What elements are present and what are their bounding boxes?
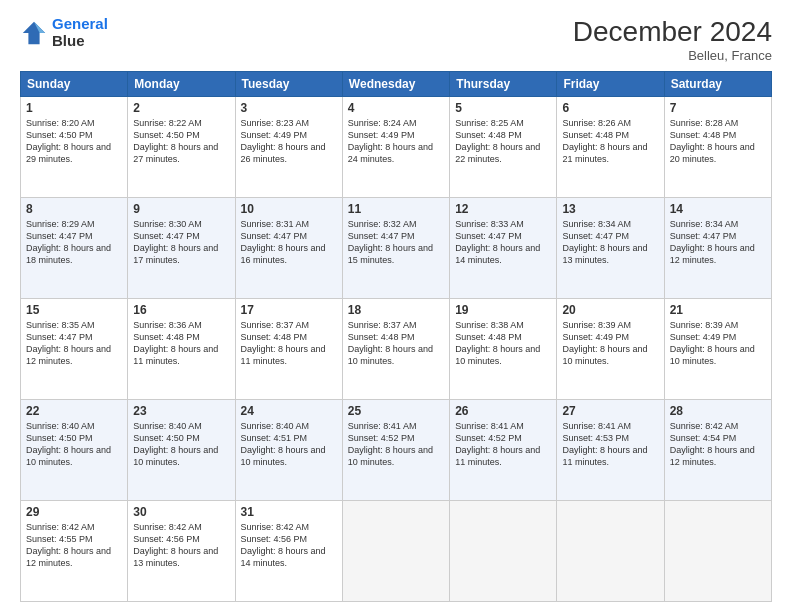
day-info: Sunrise: 8:40 AM Sunset: 4:50 PM Dayligh… xyxy=(26,420,122,469)
weekday-friday: Friday xyxy=(557,72,664,97)
day-number: 10 xyxy=(241,202,337,216)
day-number: 27 xyxy=(562,404,658,418)
day-number: 8 xyxy=(26,202,122,216)
calendar-cell: 18 Sunrise: 8:37 AM Sunset: 4:48 PM Dayl… xyxy=(342,299,449,400)
calendar-table: SundayMondayTuesdayWednesdayThursdayFrid… xyxy=(20,71,772,602)
day-number: 4 xyxy=(348,101,444,115)
weekday-tuesday: Tuesday xyxy=(235,72,342,97)
calendar-cell: 2 Sunrise: 8:22 AM Sunset: 4:50 PM Dayli… xyxy=(128,97,235,198)
calendar-cell: 30 Sunrise: 8:42 AM Sunset: 4:56 PM Dayl… xyxy=(128,501,235,602)
day-info: Sunrise: 8:25 AM Sunset: 4:48 PM Dayligh… xyxy=(455,117,551,166)
day-number: 13 xyxy=(562,202,658,216)
calendar-cell: 5 Sunrise: 8:25 AM Sunset: 4:48 PM Dayli… xyxy=(450,97,557,198)
day-number: 2 xyxy=(133,101,229,115)
calendar-cell: 8 Sunrise: 8:29 AM Sunset: 4:47 PM Dayli… xyxy=(21,198,128,299)
day-number: 14 xyxy=(670,202,766,216)
calendar-cell: 17 Sunrise: 8:37 AM Sunset: 4:48 PM Dayl… xyxy=(235,299,342,400)
day-number: 23 xyxy=(133,404,229,418)
calendar-week-5: 29 Sunrise: 8:42 AM Sunset: 4:55 PM Dayl… xyxy=(21,501,772,602)
calendar-cell xyxy=(557,501,664,602)
calendar-cell: 21 Sunrise: 8:39 AM Sunset: 4:49 PM Dayl… xyxy=(664,299,771,400)
day-info: Sunrise: 8:20 AM Sunset: 4:50 PM Dayligh… xyxy=(26,117,122,166)
logo-text: General Blue xyxy=(52,16,108,49)
weekday-header-row: SundayMondayTuesdayWednesdayThursdayFrid… xyxy=(21,72,772,97)
calendar-cell: 10 Sunrise: 8:31 AM Sunset: 4:47 PM Dayl… xyxy=(235,198,342,299)
day-info: Sunrise: 8:41 AM Sunset: 4:52 PM Dayligh… xyxy=(348,420,444,469)
calendar-cell: 19 Sunrise: 8:38 AM Sunset: 4:48 PM Dayl… xyxy=(450,299,557,400)
day-number: 18 xyxy=(348,303,444,317)
weekday-thursday: Thursday xyxy=(450,72,557,97)
day-info: Sunrise: 8:42 AM Sunset: 4:54 PM Dayligh… xyxy=(670,420,766,469)
day-info: Sunrise: 8:29 AM Sunset: 4:47 PM Dayligh… xyxy=(26,218,122,267)
day-info: Sunrise: 8:33 AM Sunset: 4:47 PM Dayligh… xyxy=(455,218,551,267)
day-info: Sunrise: 8:42 AM Sunset: 4:56 PM Dayligh… xyxy=(133,521,229,570)
day-info: Sunrise: 8:42 AM Sunset: 4:55 PM Dayligh… xyxy=(26,521,122,570)
calendar-cell: 29 Sunrise: 8:42 AM Sunset: 4:55 PM Dayl… xyxy=(21,501,128,602)
calendar-week-2: 8 Sunrise: 8:29 AM Sunset: 4:47 PM Dayli… xyxy=(21,198,772,299)
day-number: 12 xyxy=(455,202,551,216)
location: Belleu, France xyxy=(573,48,772,63)
calendar-cell: 16 Sunrise: 8:36 AM Sunset: 4:48 PM Dayl… xyxy=(128,299,235,400)
day-info: Sunrise: 8:40 AM Sunset: 4:51 PM Dayligh… xyxy=(241,420,337,469)
day-info: Sunrise: 8:35 AM Sunset: 4:47 PM Dayligh… xyxy=(26,319,122,368)
month-title: December 2024 xyxy=(573,16,772,48)
calendar-cell: 28 Sunrise: 8:42 AM Sunset: 4:54 PM Dayl… xyxy=(664,400,771,501)
calendar-cell: 15 Sunrise: 8:35 AM Sunset: 4:47 PM Dayl… xyxy=(21,299,128,400)
calendar-cell: 9 Sunrise: 8:30 AM Sunset: 4:47 PM Dayli… xyxy=(128,198,235,299)
day-number: 26 xyxy=(455,404,551,418)
day-info: Sunrise: 8:34 AM Sunset: 4:47 PM Dayligh… xyxy=(562,218,658,267)
day-info: Sunrise: 8:26 AM Sunset: 4:48 PM Dayligh… xyxy=(562,117,658,166)
calendar-cell: 22 Sunrise: 8:40 AM Sunset: 4:50 PM Dayl… xyxy=(21,400,128,501)
day-info: Sunrise: 8:39 AM Sunset: 4:49 PM Dayligh… xyxy=(562,319,658,368)
day-number: 28 xyxy=(670,404,766,418)
day-info: Sunrise: 8:23 AM Sunset: 4:49 PM Dayligh… xyxy=(241,117,337,166)
day-number: 21 xyxy=(670,303,766,317)
day-info: Sunrise: 8:38 AM Sunset: 4:48 PM Dayligh… xyxy=(455,319,551,368)
calendar-cell: 12 Sunrise: 8:33 AM Sunset: 4:47 PM Dayl… xyxy=(450,198,557,299)
day-number: 29 xyxy=(26,505,122,519)
calendar-cell: 14 Sunrise: 8:34 AM Sunset: 4:47 PM Dayl… xyxy=(664,198,771,299)
calendar-cell: 25 Sunrise: 8:41 AM Sunset: 4:52 PM Dayl… xyxy=(342,400,449,501)
calendar-cell: 27 Sunrise: 8:41 AM Sunset: 4:53 PM Dayl… xyxy=(557,400,664,501)
day-info: Sunrise: 8:41 AM Sunset: 4:53 PM Dayligh… xyxy=(562,420,658,469)
calendar-week-3: 15 Sunrise: 8:35 AM Sunset: 4:47 PM Dayl… xyxy=(21,299,772,400)
weekday-sunday: Sunday xyxy=(21,72,128,97)
day-number: 22 xyxy=(26,404,122,418)
day-number: 3 xyxy=(241,101,337,115)
weekday-monday: Monday xyxy=(128,72,235,97)
calendar-cell: 13 Sunrise: 8:34 AM Sunset: 4:47 PM Dayl… xyxy=(557,198,664,299)
day-number: 25 xyxy=(348,404,444,418)
day-info: Sunrise: 8:39 AM Sunset: 4:49 PM Dayligh… xyxy=(670,319,766,368)
day-number: 30 xyxy=(133,505,229,519)
day-number: 19 xyxy=(455,303,551,317)
day-info: Sunrise: 8:30 AM Sunset: 4:47 PM Dayligh… xyxy=(133,218,229,267)
calendar-cell: 7 Sunrise: 8:28 AM Sunset: 4:48 PM Dayli… xyxy=(664,97,771,198)
calendar-cell: 11 Sunrise: 8:32 AM Sunset: 4:47 PM Dayl… xyxy=(342,198,449,299)
day-info: Sunrise: 8:32 AM Sunset: 4:47 PM Dayligh… xyxy=(348,218,444,267)
day-info: Sunrise: 8:36 AM Sunset: 4:48 PM Dayligh… xyxy=(133,319,229,368)
day-number: 17 xyxy=(241,303,337,317)
header: General Blue December 2024 Belleu, Franc… xyxy=(20,16,772,63)
day-info: Sunrise: 8:40 AM Sunset: 4:50 PM Dayligh… xyxy=(133,420,229,469)
calendar-cell xyxy=(450,501,557,602)
day-info: Sunrise: 8:24 AM Sunset: 4:49 PM Dayligh… xyxy=(348,117,444,166)
calendar-cell: 23 Sunrise: 8:40 AM Sunset: 4:50 PM Dayl… xyxy=(128,400,235,501)
calendar-cell xyxy=(664,501,771,602)
day-info: Sunrise: 8:22 AM Sunset: 4:50 PM Dayligh… xyxy=(133,117,229,166)
calendar-cell: 3 Sunrise: 8:23 AM Sunset: 4:49 PM Dayli… xyxy=(235,97,342,198)
calendar-week-1: 1 Sunrise: 8:20 AM Sunset: 4:50 PM Dayli… xyxy=(21,97,772,198)
title-block: December 2024 Belleu, France xyxy=(573,16,772,63)
day-number: 31 xyxy=(241,505,337,519)
day-number: 1 xyxy=(26,101,122,115)
calendar-cell: 31 Sunrise: 8:42 AM Sunset: 4:56 PM Dayl… xyxy=(235,501,342,602)
day-number: 11 xyxy=(348,202,444,216)
day-number: 15 xyxy=(26,303,122,317)
day-info: Sunrise: 8:37 AM Sunset: 4:48 PM Dayligh… xyxy=(241,319,337,368)
day-info: Sunrise: 8:28 AM Sunset: 4:48 PM Dayligh… xyxy=(670,117,766,166)
day-number: 5 xyxy=(455,101,551,115)
logo-icon xyxy=(20,19,48,47)
calendar-cell: 20 Sunrise: 8:39 AM Sunset: 4:49 PM Dayl… xyxy=(557,299,664,400)
day-number: 16 xyxy=(133,303,229,317)
day-number: 20 xyxy=(562,303,658,317)
day-info: Sunrise: 8:41 AM Sunset: 4:52 PM Dayligh… xyxy=(455,420,551,469)
